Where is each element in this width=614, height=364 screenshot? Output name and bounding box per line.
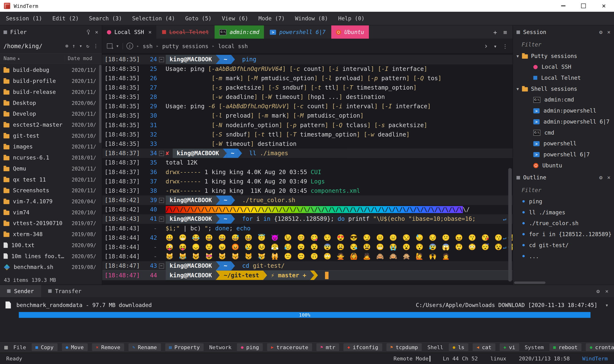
- fold-marker[interactable]: −: [157, 55, 166, 64]
- breadcrumb-item[interactable]: ssh: [143, 43, 153, 49]
- cursor-position[interactable]: Ln 44 Ch 52: [443, 355, 478, 362]
- toolbar-button-tcpdump[interactable]: ⚑tcpdump: [386, 343, 422, 351]
- filer-row[interactable]: build-release2020/11/: [0, 86, 102, 97]
- console-icon[interactable]: ▦: [4, 344, 8, 351]
- session-dropdown-icon[interactable]: ▾: [116, 43, 119, 49]
- session-close-icon[interactable]: ×: [607, 29, 611, 35]
- session-item[interactable]: C:\cmd: [513, 127, 614, 138]
- outline-item[interactable]: cd git-test/: [513, 240, 614, 251]
- session-item[interactable]: >powershell: [513, 138, 614, 149]
- filer-row[interactable]: Develop2020/11/: [0, 108, 102, 119]
- menu-item-goto[interactable]: Goto (5): [180, 15, 217, 22]
- fold-marker[interactable]: −: [157, 214, 166, 224]
- filer-row[interactable]: vim-7.4.10792020/04/: [0, 196, 102, 207]
- column-header-name[interactable]: Name ▲: [4, 56, 65, 61]
- filer-row[interactable]: vim742020/10/: [0, 207, 102, 218]
- session-item[interactable]: Ubuntu: [513, 160, 614, 171]
- toolbar-button-rename[interactable]: ✎Rename: [128, 343, 161, 351]
- filer-row[interactable]: 10m_lines_foo.t…2020/05/: [0, 251, 102, 262]
- session-gear-icon[interactable]: ⚙: [599, 29, 602, 35]
- terminal-scrollbar[interactable]: [508, 168, 512, 281]
- toolbar-button-remove[interactable]: ×Remove: [92, 343, 124, 351]
- tab-admin-cmd[interactable]: C:\admin:cmd: [215, 25, 264, 39]
- outline-item[interactable]: ll ./images: [513, 207, 614, 218]
- download-dropdown-icon[interactable]: ▾: [603, 302, 609, 308]
- filer-row[interactable]: 100.txt2020/09/: [0, 240, 102, 251]
- tab-ubuntu[interactable]: Ubuntu: [332, 25, 369, 39]
- outline-item[interactable]: for i in {128512..128589}: [513, 229, 614, 240]
- up-directory-icon[interactable]: ↑: [72, 43, 75, 49]
- breadcrumb-dropdown-icon[interactable]: ▾: [494, 43, 497, 49]
- new-session-icon[interactable]: [107, 43, 112, 48]
- fold-marker[interactable]: −: [157, 261, 166, 271]
- os-label[interactable]: linux: [490, 355, 506, 362]
- filer-row[interactable]: Qemu2020/11/: [0, 163, 102, 174]
- outline-item[interactable]: ping: [513, 196, 614, 207]
- filer-more-icon[interactable]: ⋮: [93, 43, 98, 49]
- outline-gear-icon[interactable]: ⚙: [599, 174, 602, 181]
- filer-row[interactable]: images2020/11/: [0, 141, 102, 152]
- toolbar-button-ifconfig[interactable]: ◆ifconfig: [343, 343, 382, 351]
- session-group[interactable]: ▼Putty sessions: [513, 51, 614, 62]
- menu-item-selection[interactable]: Selection (4): [127, 15, 180, 22]
- menu-item-view[interactable]: View (6): [217, 15, 253, 22]
- outline-filter-input[interactable]: Filter: [513, 184, 614, 196]
- session-filter-input[interactable]: Filter: [513, 39, 614, 51]
- filer-row[interactable]: build-profile2020/11/: [0, 76, 102, 86]
- breadcrumb-item[interactable]: local ssh: [218, 43, 248, 49]
- path-dropdown-icon[interactable]: ▾: [79, 43, 82, 49]
- filer-row[interactable]: Desktop2020/06/: [0, 97, 102, 108]
- filer-close-icon[interactable]: ×: [95, 29, 98, 35]
- mode-indicator[interactable]: Remote Mode: [394, 355, 430, 362]
- session-item[interactable]: Local Telnet: [513, 72, 614, 83]
- refresh-icon[interactable]: ↻: [86, 43, 89, 49]
- session-item[interactable]: >admin:powershell: [513, 105, 614, 116]
- fold-marker[interactable]: −: [157, 148, 166, 158]
- toolbar-button-ping[interactable]: ●ping: [237, 343, 263, 351]
- menu-item-help[interactable]: Help (0): [333, 15, 370, 22]
- menu-item-search[interactable]: Search (3): [84, 15, 127, 22]
- menu-item-mode[interactable]: Mode (7): [253, 15, 290, 22]
- clear-path-icon[interactable]: ⊗: [65, 43, 68, 49]
- menu-item-window[interactable]: Window (8): [290, 15, 333, 22]
- toolbar-button-move[interactable]: ●Move: [62, 343, 87, 351]
- session-item[interactable]: C:\admin:cmd: [513, 94, 614, 105]
- download-row[interactable]: benchmark_randomdata - 97.7 MB downloade…: [0, 297, 614, 308]
- filer-row[interactable]: ncurses-6.12018/01/: [0, 152, 102, 163]
- session-item[interactable]: >powershell 6|7: [513, 149, 614, 160]
- maximize-button[interactable]: [573, 0, 594, 12]
- toolbar-button-property[interactable]: ▤Property: [165, 343, 204, 351]
- column-header-date[interactable]: Date mod: [65, 56, 98, 61]
- filer-row[interactable]: xterm-3482019/08/: [0, 229, 102, 240]
- filer-scrollbar[interactable]: [99, 65, 101, 143]
- tab-menu-icon[interactable]: ≡: [503, 28, 507, 36]
- session-item[interactable]: >admin:powershell 6|7: [513, 116, 614, 127]
- tab-sender[interactable]: Sender: [0, 285, 41, 297]
- send-icon[interactable]: ›: [484, 42, 488, 50]
- toolbar-button-ls[interactable]: ●ls: [449, 343, 468, 351]
- tab-powershell-6-7[interactable]: >powershell 6|7: [265, 25, 330, 39]
- menu-item-session[interactable]: Session (1): [1, 15, 47, 22]
- outline-item[interactable]: ./true_color.sh: [513, 218, 614, 229]
- sender-close-icon[interactable]: ×: [605, 288, 609, 294]
- toolbar-button-traceroute[interactable]: ▶traceroute: [267, 343, 312, 351]
- filer-row[interactable]: build-debug2020/11/: [0, 65, 102, 76]
- close-button[interactable]: ×: [594, 0, 614, 12]
- session-item[interactable]: Local SSH: [513, 61, 614, 72]
- toolbar-button-vi[interactable]: ◆vi: [500, 343, 519, 351]
- toolbar-button-cat[interactable]: ◀cat: [473, 343, 496, 351]
- toolbar-button-mtr[interactable]: ⚑mtr: [317, 343, 339, 351]
- tab-local-ssh[interactable]: Local SSH×: [102, 25, 156, 39]
- terminal-more-icon[interactable]: ⋮: [502, 43, 508, 49]
- breadcrumb-item[interactable]: putty sessions: [162, 43, 209, 49]
- sidebar-hscrollbar[interactable]: [514, 282, 546, 284]
- tab-local-telnet[interactable]: Local Telnet: [158, 25, 214, 39]
- info-icon[interactable]: i: [126, 43, 133, 49]
- minimize-button[interactable]: [553, 0, 573, 12]
- filer-row[interactable]: git-test2020/10/: [0, 130, 102, 141]
- terminal[interactable]: [18:48:35]24−king@MACBOOK~ ping[18:48:35…: [102, 54, 513, 285]
- filer-row[interactable]: esctest2-master2020/10/: [0, 119, 102, 130]
- pin-icon[interactable]: [86, 30, 90, 35]
- filer-row[interactable]: benchmark.sh2019/08/: [0, 261, 102, 273]
- tab-transfer[interactable]: Transfer: [41, 285, 88, 297]
